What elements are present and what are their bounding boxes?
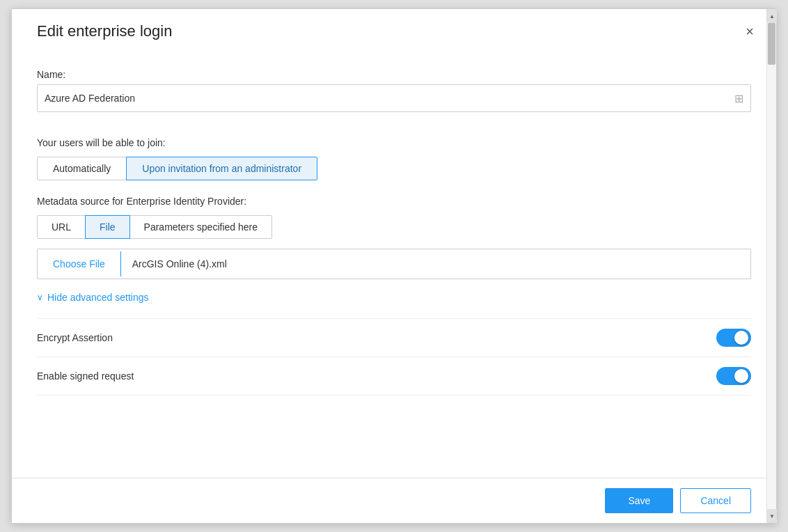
join-invitation-btn[interactable]: Upon invitation from an administrator — [126, 157, 317, 180]
scrollbar: ▲ ▼ — [766, 9, 776, 523]
choose-file-button[interactable]: Choose File — [38, 251, 121, 276]
scroll-thumb[interactable] — [768, 23, 775, 65]
signed-request-slider — [716, 367, 751, 385]
encrypt-assertion-toggle[interactable] — [716, 329, 751, 347]
dialog-body: Name: ⊞ Your users will be able to join:… — [12, 49, 776, 478]
signed-request-label: Enable signed request — [37, 370, 134, 382]
advanced-settings-label: Hide advanced settings — [47, 292, 149, 303]
join-section-label: Your users will be able to join: — [37, 137, 751, 148]
close-button[interactable]: × — [740, 22, 759, 41]
metadata-url-btn[interactable]: URL — [37, 215, 86, 239]
dialog-footer: Save Cancel — [12, 478, 776, 523]
dialog-header: Edit enterprise login × — [12, 9, 776, 49]
name-label: Name: — [37, 69, 751, 80]
cancel-button[interactable]: Cancel — [680, 488, 751, 513]
signed-request-row: Enable signed request — [37, 357, 751, 396]
metadata-section-label: Metadata source for Enterprise Identity … — [37, 196, 751, 207]
scroll-track — [767, 23, 776, 509]
join-automatically-btn[interactable]: Automatically — [37, 157, 127, 180]
encrypt-assertion-label: Encrypt Assertion — [37, 332, 113, 343]
hide-advanced-settings-link[interactable]: ∨ Hide advanced settings — [37, 292, 149, 303]
metadata-file-btn[interactable]: File — [85, 215, 130, 239]
file-name-display: ArcGIS Online (4).xml — [121, 251, 238, 276]
encrypt-assertion-slider — [716, 329, 751, 347]
save-button[interactable]: Save — [605, 488, 673, 513]
name-input[interactable] — [45, 93, 734, 104]
signed-request-toggle[interactable] — [716, 367, 751, 385]
dialog-title: Edit enterprise login — [37, 22, 172, 40]
metadata-params-btn[interactable]: Parameters specified here — [129, 215, 272, 239]
edit-enterprise-login-dialog: ▲ ▼ Edit enterprise login × Name: ⊞ Your… — [11, 8, 777, 524]
scroll-up-arrow[interactable]: ▲ — [767, 9, 777, 23]
name-input-wrapper: ⊞ — [37, 84, 751, 112]
chevron-down-icon: ∨ — [37, 292, 43, 302]
form-icon: ⊞ — [734, 92, 743, 105]
encrypt-assertion-row: Encrypt Assertion — [37, 318, 751, 357]
metadata-toggle-group: URL File Parameters specified here — [37, 215, 751, 239]
scroll-down-arrow[interactable]: ▼ — [767, 509, 777, 523]
join-toggle-group: Automatically Upon invitation from an ad… — [37, 157, 751, 180]
file-input-row: Choose File ArcGIS Online (4).xml — [37, 249, 751, 279]
